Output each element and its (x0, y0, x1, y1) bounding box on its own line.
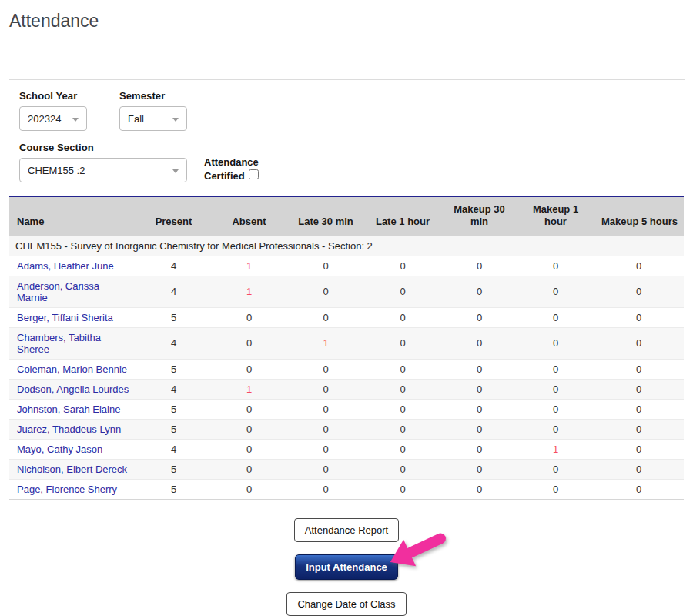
change-date-of-class-button[interactable]: Change Date of Class (286, 592, 406, 616)
attendance-count-cell: 0 (517, 276, 594, 307)
attendance-count-cell: 1 (211, 256, 287, 276)
attendance-count-cell: 0 (364, 307, 441, 327)
attendance-count-cell: 0 (441, 359, 517, 379)
attendance-count-cell: 0 (287, 379, 364, 399)
attendance-count-cell: 4 (136, 327, 211, 359)
header-divider (9, 79, 685, 80)
attendance-count-cell: 0 (594, 379, 684, 399)
attendance-count-cell: 0 (364, 399, 441, 419)
attendance-count-cell: 0 (441, 459, 517, 479)
attendance-count-cell: 0 (441, 419, 517, 439)
attendance-count-cell: 0 (441, 439, 517, 459)
attendance-count-cell: 0 (364, 459, 441, 479)
attendance-count-cell: 0 (364, 256, 441, 276)
student-name-link[interactable]: Nicholson, Elbert Dereck (17, 464, 127, 475)
attendance-count-cell: 0 (441, 276, 517, 307)
attendance-count-cell: 5 (136, 307, 211, 327)
attendance-count-cell: 0 (287, 256, 364, 276)
chevron-down-icon (72, 118, 79, 122)
attendance-count-cell: 0 (594, 419, 684, 439)
attendance-count-cell: 0 (594, 459, 684, 479)
attendance-count-cell: 0 (594, 307, 684, 327)
attendance-count-cell: 0 (211, 459, 287, 479)
attendance-count-cell: 1 (211, 379, 287, 399)
attendance-count-cell: 0 (287, 359, 364, 379)
semester-select[interactable]: Fall (119, 106, 187, 131)
attendance-count-cell: 0 (517, 399, 594, 419)
student-name-link[interactable]: Johnston, Sarah Elaine (17, 403, 120, 415)
table-row: Chambers, Tabitha Sheree4010000 (9, 327, 684, 359)
table-row: Coleman, Marlon Bennie5000000 (9, 359, 684, 379)
table-row: Nicholson, Elbert Dereck5000000 (9, 459, 684, 479)
attendance-count-cell: 0 (441, 479, 517, 499)
attendance-count-cell: 0 (211, 439, 287, 459)
attendance-count-cell: 0 (517, 459, 594, 479)
attendance-count-cell: 0 (517, 359, 594, 379)
student-name-link[interactable]: Dodson, Angelia Lourdes (17, 383, 129, 395)
attendance-count-cell: 5 (136, 359, 211, 379)
student-name-link[interactable]: Berger, Tiffani Sherita (17, 312, 113, 323)
attendance-count-cell: 0 (517, 327, 594, 359)
student-name-link[interactable]: Adams, Heather June (17, 260, 114, 272)
page-title: Attendance (9, 11, 693, 32)
course-section-header: CHEM155 - Survey of Inorganic Chemistry … (9, 236, 684, 256)
student-name-link[interactable]: Mayo, Cathy Jason (17, 444, 102, 455)
course-section-header-row: CHEM155 - Survey of Inorganic Chemistry … (9, 236, 684, 256)
student-name-link[interactable]: Juarez, Thaddeus Lynn (17, 424, 121, 435)
input-attendance-button[interactable]: Input Attendance (295, 554, 398, 580)
attendance-count-cell: 4 (136, 276, 211, 307)
attendance-count-cell: 5 (136, 479, 211, 499)
attendance-count-cell: 0 (287, 307, 364, 327)
table-row: Anderson, Carissa Marnie4100000 (9, 276, 684, 307)
attendance-count-cell: 0 (364, 479, 441, 499)
attendance-count-cell: 1 (287, 327, 364, 359)
table-row: Dodson, Angelia Lourdes4100000 (9, 379, 684, 399)
table-header-row: NamePresentAbsentLate 30 minLate 1 hourM… (9, 196, 684, 236)
column-header: Late 30 min (287, 196, 364, 236)
attendance-count-cell: 0 (517, 479, 594, 499)
attendance-count-cell: 0 (594, 399, 684, 419)
student-name-cell: Dodson, Angelia Lourdes (9, 379, 136, 399)
chevron-down-icon (172, 118, 179, 122)
student-name-cell: Johnston, Sarah Elaine (9, 399, 136, 419)
school-year-select[interactable]: 202324 (19, 106, 87, 131)
attendance-count-cell: 0 (364, 359, 441, 379)
attendance-count-cell: 0 (594, 439, 684, 459)
attendance-count-cell: 0 (211, 399, 287, 419)
column-header: Present (136, 196, 211, 236)
student-name-cell: Nicholson, Elbert Dereck (9, 459, 136, 479)
attendance-count-cell: 0 (441, 307, 517, 327)
column-header: Name (9, 196, 136, 236)
attendance-count-cell: 0 (517, 307, 594, 327)
actions-panel: Attendance ReportInput AttendanceChange … (0, 518, 693, 616)
student-name-cell: Berger, Tiffani Sherita (9, 307, 136, 327)
table-row: Mayo, Cathy Jason4000010 (9, 439, 684, 459)
chevron-down-icon (172, 169, 179, 173)
column-header: Absent (211, 196, 287, 236)
table-row: Berger, Tiffani Sherita5000000 (9, 307, 684, 327)
attendance-count-cell: 0 (211, 307, 287, 327)
attendance-count-cell: 0 (287, 479, 364, 499)
student-name-link[interactable]: Coleman, Marlon Bennie (17, 363, 127, 375)
attendance-count-cell: 0 (211, 419, 287, 439)
course-section-select[interactable]: CHEM155 :2 (19, 158, 187, 182)
attendance-table-body: Adams, Heather June4100000Anderson, Cari… (9, 256, 684, 499)
attendance-count-cell: 0 (287, 439, 364, 459)
attendance-count-cell: 0 (594, 256, 684, 276)
attendance-certified-checkbox[interactable] (249, 169, 259, 179)
table-row: Juarez, Thaddeus Lynn5000000 (9, 419, 684, 439)
student-name-cell: Anderson, Carissa Marnie (9, 276, 136, 307)
attendance-report-button[interactable]: Attendance Report (294, 518, 399, 542)
attendance-count-cell: 0 (594, 276, 684, 307)
student-name-link[interactable]: Anderson, Carissa Marnie (17, 280, 99, 303)
student-name-link[interactable]: Chambers, Tabitha Sheree (17, 332, 101, 355)
attendance-table: NamePresentAbsentLate 30 minLate 1 hourM… (9, 196, 684, 500)
filters-panel: School Year 202324 Semester Fall Course … (19, 90, 684, 183)
attendance-count-cell: 0 (594, 359, 684, 379)
school-year-label: School Year (19, 90, 87, 102)
attendance-count-cell: 0 (287, 276, 364, 307)
attendance-count-cell: 0 (364, 379, 441, 399)
attendance-count-cell: 0 (594, 479, 684, 499)
student-name-link[interactable]: Page, Florence Sherry (17, 484, 117, 495)
attendance-count-cell: 0 (441, 327, 517, 359)
